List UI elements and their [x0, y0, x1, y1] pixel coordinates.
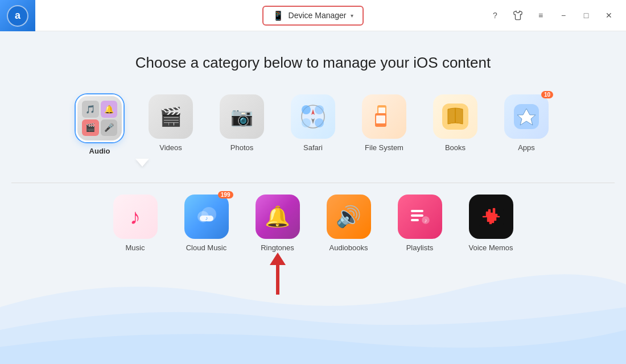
safari-label: Safari — [303, 143, 323, 152]
subcategory-item-audiobooks[interactable]: 🔊 Audiobooks — [319, 195, 378, 252]
speaker-icon: 🔊 — [336, 205, 361, 229]
window-controls: ? ≡ − □ ✕ — [487, 7, 617, 23]
category-item-audio[interactable]: 🎵 🔔 🎬 🎤 Audio — [70, 94, 130, 155]
audio-icon-selected: 🎵 🔔 🎬 🎤 — [76, 94, 123, 142]
category-item-videos[interactable]: 🎬 Videos — [141, 94, 201, 155]
selection-caret-area — [11, 159, 615, 167]
help-button[interactable]: ? — [487, 7, 503, 23]
audio-sub-4: 🎤 — [101, 119, 118, 136]
ringtones-icon: 🔔 — [256, 195, 300, 239]
category-item-safari[interactable]: Safari — [283, 94, 343, 155]
audio-sub-2: 🔔 — [101, 101, 118, 118]
subcategory-item-playlists[interactable]: ♪ Playlists — [390, 195, 450, 252]
svg-rect-9 — [376, 115, 385, 123]
safari-icon — [291, 94, 335, 139]
bell-icon: 🔔 — [265, 205, 290, 229]
ringtones-label: Ringtones — [261, 243, 294, 252]
device-manager-label: Device Manager — [289, 11, 347, 20]
subcategory-item-cloudmusic[interactable]: ♪ 199 Cloud Music — [176, 195, 236, 252]
subcategory-item-voicememos[interactable]: Voice Memos — [461, 195, 521, 252]
playlists-svg: ♪ — [409, 205, 431, 228]
cloudmusic-label: Cloud Music — [186, 243, 227, 252]
svg-point-5 — [315, 118, 324, 127]
chevron-down-icon: ▾ — [351, 13, 353, 19]
audio-label: Audio — [89, 147, 110, 155]
device-manager-button[interactable]: 📱 Device Manager ▾ — [262, 6, 364, 26]
svg-point-2 — [302, 105, 311, 114]
svg-text:♪: ♪ — [205, 215, 208, 221]
close-button[interactable]: ✕ — [601, 7, 617, 23]
voicememos-svg — [479, 204, 504, 229]
audio-sub-1: 🎵 — [82, 101, 99, 118]
device-phone-icon: 📱 — [273, 10, 284, 21]
logo-circle: a — [7, 5, 28, 27]
apps-icon — [504, 94, 549, 139]
safari-compass-icon — [300, 104, 326, 130]
voicememos-label: Voice Memos — [468, 243, 513, 252]
menu-button[interactable]: ≡ — [533, 7, 549, 23]
logo-letter: a — [15, 10, 20, 22]
audiobooks-icon: 🔊 — [327, 195, 371, 239]
svg-rect-19 — [411, 219, 419, 221]
subcategory-item-ringtones[interactable]: 🔔 Ringtones — [248, 195, 307, 252]
section-divider — [11, 183, 615, 183]
videos-icon: 🎬 — [149, 94, 193, 139]
arrow-shaft — [276, 265, 279, 295]
svg-point-4 — [302, 118, 311, 127]
videos-label: Videos — [159, 143, 182, 152]
cloudmusic-badge: 199 — [218, 191, 233, 198]
titlebar: a 📱 Device Manager ▾ ? ≡ − □ ✕ — [0, 0, 626, 31]
red-arrow-container — [270, 253, 286, 295]
apps-icon-wrap: 10 — [504, 94, 549, 139]
books-svg-icon — [442, 104, 468, 130]
selection-caret — [135, 159, 149, 167]
apps-label: Apps — [518, 143, 535, 152]
music-icon: ♪ — [113, 195, 158, 239]
music-label: Music — [126, 243, 145, 252]
apps-store-icon — [514, 104, 539, 129]
photos-label: Photos — [230, 143, 253, 152]
audio-icon-grid: 🎵 🔔 🎬 🎤 — [77, 96, 122, 140]
cloudmusic-icon: ♪ — [184, 195, 229, 239]
subcategory-item-music[interactable]: ♪ Music — [105, 195, 165, 252]
books-icon — [433, 94, 477, 139]
category-item-photos[interactable]: 📷 Photos — [212, 94, 272, 155]
arrow-head-up — [270, 253, 286, 265]
main-content: Choose a category below to manage your i… — [0, 31, 626, 263]
minimize-button[interactable]: − — [555, 7, 571, 23]
music-note-icon: ♪ — [130, 205, 141, 229]
subcategory-grid: ♪ Music ♪ 199 Cloud Music — [11, 195, 615, 252]
audiobooks-label: Audiobooks — [330, 243, 368, 252]
shirt-button[interactable] — [510, 7, 526, 23]
playlists-label: Playlists — [406, 243, 434, 252]
photos-emoji: 📷 — [230, 106, 253, 127]
books-label: Books — [445, 143, 466, 152]
photos-icon: 📷 — [220, 94, 264, 139]
svg-rect-18 — [411, 214, 423, 217]
filesystem-phone-icon — [370, 103, 398, 130]
svg-point-3 — [315, 105, 324, 114]
page-headline: Choose a category below to manage your i… — [11, 54, 615, 72]
apps-badge: 10 — [541, 91, 553, 98]
cloudmusic-icon-wrap: ♪ 199 — [184, 195, 229, 239]
category-item-apps[interactable]: 10 Apps — [497, 94, 557, 155]
svg-rect-17 — [411, 210, 423, 212]
category-grid: 🎵 🔔 🎬 🎤 Audio 🎬 Videos 📷 Photos — [11, 94, 615, 155]
caret-container — [120, 159, 164, 167]
filesystem-label: File System — [365, 143, 403, 152]
videos-emoji: 🎬 — [159, 106, 182, 127]
svg-text:♪: ♪ — [424, 217, 427, 224]
audio-sub-3: 🎬 — [82, 119, 99, 136]
playlists-icon: ♪ — [398, 195, 442, 239]
category-item-books[interactable]: Books — [426, 94, 485, 155]
category-item-filesystem[interactable]: File System — [355, 94, 414, 155]
app-logo: a — [0, 0, 35, 31]
voicememos-icon — [469, 195, 513, 239]
cloudmusic-svg: ♪ — [194, 204, 219, 229]
maximize-button[interactable]: □ — [578, 7, 594, 23]
filesystem-icon — [362, 94, 406, 139]
